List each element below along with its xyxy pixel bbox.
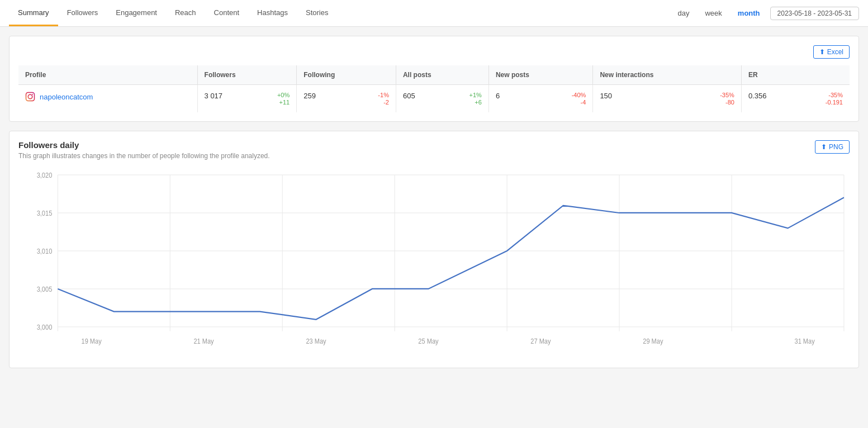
top-navigation: Summary Followers Engagement Reach Conte… xyxy=(0,0,868,27)
tab-summary[interactable]: Summary xyxy=(9,0,58,26)
png-export-button[interactable]: ⬆ PNG xyxy=(815,140,850,154)
svg-text:19 May: 19 May xyxy=(82,337,102,345)
date-controls: day week month 2023-05-18 - 2023-05-31 xyxy=(672,7,859,20)
col-allposts: All posts xyxy=(396,65,488,85)
newint-delta2: -80 xyxy=(725,99,734,106)
tab-engagement[interactable]: Engagement xyxy=(107,0,166,26)
col-profile: Profile xyxy=(18,65,197,85)
followers-daily-card: ⬆ PNG Followers daily This graph illustr… xyxy=(9,131,859,368)
following-delta1: -1% xyxy=(378,92,389,98)
svg-point-2 xyxy=(32,94,33,95)
svg-text:23 May: 23 May xyxy=(306,337,326,345)
svg-point-1 xyxy=(28,94,32,99)
tab-stories[interactable]: Stories xyxy=(297,0,337,26)
col-followers: Followers xyxy=(197,65,297,85)
allposts-value: 605 xyxy=(403,92,415,100)
date-range-button[interactable]: 2023-05-18 - 2023-05-31 xyxy=(770,7,859,20)
cell-allposts: 605 +1% +6 xyxy=(396,85,488,113)
svg-text:3,010: 3,010 xyxy=(37,248,53,255)
tab-hashtags[interactable]: Hashtags xyxy=(248,0,297,26)
col-er: ER xyxy=(741,65,850,85)
chart-subtitle: This graph illustrates changes in the nu… xyxy=(18,152,850,160)
svg-text:27 May: 27 May xyxy=(530,337,551,345)
cell-profile: napoleoncatcom xyxy=(18,85,197,113)
tab-followers[interactable]: Followers xyxy=(58,0,107,26)
summary-table: Profile Followers Following All posts Ne… xyxy=(18,65,850,112)
newposts-value: 6 xyxy=(496,92,500,100)
png-icon: ⬆ xyxy=(821,143,827,151)
chart-container: 3,020 3,015 3,010 3,005 3,000 xyxy=(18,169,850,359)
nav-tabs: Summary Followers Engagement Reach Conte… xyxy=(9,0,672,26)
svg-text:25 May: 25 May xyxy=(418,337,438,345)
cell-following: 259 -1% -2 xyxy=(297,85,396,113)
col-newinteractions: New interactions xyxy=(593,65,741,85)
followers-value: 3 017 xyxy=(205,92,223,100)
chart-title: Followers daily xyxy=(18,140,850,150)
col-newposts: New posts xyxy=(488,65,592,85)
svg-text:3,000: 3,000 xyxy=(37,324,53,331)
following-delta2: -2 xyxy=(383,99,389,106)
profile-link[interactable]: napoleoncatcom xyxy=(40,93,93,101)
followers-delta1: +0% xyxy=(277,92,290,98)
newposts-delta1: -40% xyxy=(572,92,586,98)
svg-text:29 May: 29 May xyxy=(643,337,663,345)
newposts-delta2: -4 xyxy=(581,99,586,106)
followers-delta2: +11 xyxy=(279,99,290,106)
allposts-delta1: +1% xyxy=(469,92,482,98)
summary-table-card: ⬆ Excel Profile Followers Following All … xyxy=(9,36,859,122)
col-following: Following xyxy=(297,65,396,85)
cell-followers: 3 017 +0% +11 xyxy=(197,85,297,113)
tab-content[interactable]: Content xyxy=(205,0,249,26)
cell-newinteractions: 150 -35% -80 xyxy=(593,85,741,113)
newint-value: 150 xyxy=(600,92,612,100)
following-value: 259 xyxy=(303,92,316,100)
tab-reach[interactable]: Reach xyxy=(166,0,205,26)
er-delta2: -0.191 xyxy=(826,99,843,106)
er-delta1: -35% xyxy=(828,92,843,98)
chart-svg: 3,020 3,015 3,010 3,005 3,000 xyxy=(18,169,850,359)
svg-text:3,005: 3,005 xyxy=(37,286,53,293)
instagram-icon xyxy=(25,92,35,102)
cell-newposts: 6 -40% -4 xyxy=(488,85,592,113)
svg-text:3,020: 3,020 xyxy=(37,172,53,179)
newint-delta1: -35% xyxy=(720,92,734,98)
svg-text:31 May: 31 May xyxy=(795,337,815,345)
excel-export-button[interactable]: ⬆ Excel xyxy=(813,45,850,59)
allposts-delta2: +6 xyxy=(475,99,482,106)
svg-text:3,015: 3,015 xyxy=(37,210,53,217)
period-week-button[interactable]: week xyxy=(699,7,727,20)
main-content: ⬆ Excel Profile Followers Following All … xyxy=(0,27,868,377)
svg-text:21 May: 21 May xyxy=(193,337,214,345)
period-month-button[interactable]: month xyxy=(732,7,766,20)
excel-icon: ⬆ xyxy=(819,48,825,56)
table-row: napoleoncatcom 3 017 +0% +11 xyxy=(18,85,850,113)
cell-er: 0.356 -35% -0.191 xyxy=(741,85,850,113)
svg-rect-0 xyxy=(26,93,35,101)
period-day-button[interactable]: day xyxy=(672,7,695,20)
er-value: 0.356 xyxy=(748,92,767,100)
